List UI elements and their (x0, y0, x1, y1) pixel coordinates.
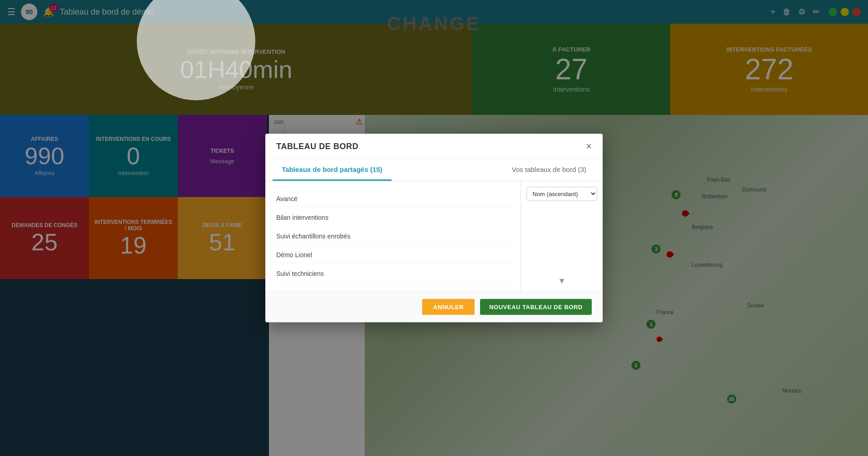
modal-footer: ANNULER NOUVEAU TABLEAU DE BORD (265, 291, 603, 322)
scroll-down-indicator[interactable]: ▼ (527, 276, 597, 286)
modal-sidebar: Nom (ascendant) Nom (descendant) Date (a… (521, 181, 603, 291)
cancel-button[interactable]: ANNULER (422, 299, 475, 315)
modal-list-area: Avancé Bilan interventions Suivi échanti… (265, 181, 521, 291)
modal-body: Avancé Bilan interventions Suivi échanti… (265, 181, 603, 291)
modal-title: TABLEAU DE BORD (276, 141, 358, 151)
list-item-bilan[interactable]: Bilan interventions (273, 209, 513, 226)
sort-select[interactable]: Nom (ascendant) Nom (descendant) Date (a… (527, 187, 597, 201)
modal-close-button[interactable]: × (586, 141, 592, 151)
list-item-demo-lionel[interactable]: Démo Lionel (273, 247, 513, 264)
modal-header: TABLEAU DE BORD × (265, 134, 603, 159)
list-item-suivi-techniciens[interactable]: Suivi techniciens (273, 265, 513, 282)
tab-shared-dashboards[interactable]: Tableaux de bord partagés (15) (273, 159, 392, 181)
tab-my-dashboards[interactable]: Vos tableaux de bord (3) (503, 159, 595, 181)
list-item-avance[interactable]: Avancé (273, 191, 513, 207)
new-dashboard-button[interactable]: NOUVEAU TABLEAU DE BORD (480, 299, 592, 315)
change-dashboard-modal: TABLEAU DE BORD × Tableaux de bord parta… (265, 134, 603, 322)
list-item-suivi-echantillons[interactable]: Suivi échantillons enrobés (273, 228, 513, 245)
modal-tabs: Tableaux de bord partagés (15) Vos table… (265, 159, 603, 181)
